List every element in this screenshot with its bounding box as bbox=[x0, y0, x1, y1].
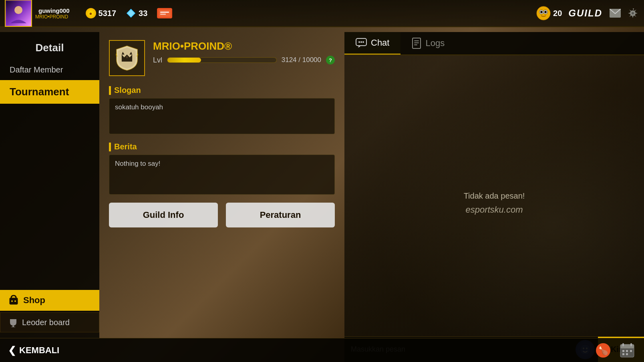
svg-rect-7 bbox=[160, 14, 166, 15]
chat-icon bbox=[356, 38, 367, 48]
svg-rect-32 bbox=[414, 42, 419, 43]
berita-title: Berita bbox=[114, 142, 137, 151]
username-label: guwing000 bbox=[38, 7, 70, 14]
chat-tabs: Chat Logs bbox=[344, 32, 644, 55]
topbar: guwing000 MRIO•PROIND ● 5317 33 bbox=[0, 0, 644, 27]
back-label: KEMBALI bbox=[19, 345, 59, 356]
svg-rect-43 bbox=[622, 350, 624, 352]
svg-rect-44 bbox=[626, 350, 628, 352]
voucher-stat[interactable] bbox=[157, 8, 172, 18]
coins-value: 5317 bbox=[99, 9, 117, 18]
svg-point-12 bbox=[544, 11, 547, 13]
svg-rect-47 bbox=[626, 353, 628, 355]
svg-rect-31 bbox=[414, 40, 419, 41]
sidebar-title: Detail bbox=[0, 36, 99, 60]
svg-rect-6 bbox=[160, 12, 169, 13]
level-help-icon[interactable]: ? bbox=[326, 56, 335, 64]
level-label: Lvl bbox=[153, 56, 162, 64]
svg-point-29 bbox=[362, 41, 364, 43]
coin-icon: ● bbox=[86, 8, 96, 18]
bottom-right-icons: 🍗 bbox=[594, 342, 636, 359]
bottom-bar: ❮ KEMBALI 🍗 bbox=[0, 338, 644, 362]
settings-icon[interactable] bbox=[626, 7, 639, 20]
shop-label: Shop bbox=[23, 295, 45, 306]
svg-rect-33 bbox=[414, 44, 417, 45]
topbar-stats: ● 5317 33 bbox=[86, 8, 173, 18]
guild-info: MRIO•PROIND® Lvl 3124 / 10000 ? bbox=[153, 40, 335, 67]
level-progress-fill bbox=[167, 58, 201, 62]
guild-tag-label: MRIO•PROIND bbox=[35, 14, 70, 20]
diamonds-value: 33 bbox=[139, 9, 147, 18]
slogan-box: sokatuh booyah bbox=[109, 98, 335, 134]
calendar-icon[interactable] bbox=[618, 342, 636, 359]
tab-chat[interactable]: Chat bbox=[344, 32, 400, 54]
leaderboard-label: Leoder board bbox=[22, 318, 70, 327]
back-arrow-icon: ❮ bbox=[8, 345, 16, 356]
coins-stat[interactable]: ● 5317 bbox=[86, 8, 117, 18]
tab-logs[interactable]: Logs bbox=[400, 32, 456, 54]
owl-count: 20 bbox=[553, 9, 562, 18]
svg-point-1 bbox=[14, 6, 22, 14]
daftar-member-label: Daftar Member bbox=[10, 65, 63, 74]
chat-empty-message: Tidak ada pesan! bbox=[464, 191, 525, 201]
watermark: esportsku.com bbox=[465, 205, 523, 215]
topbar-action-icons bbox=[609, 7, 639, 20]
voucher-icon bbox=[157, 8, 172, 18]
sidebar-item-leaderboard[interactable]: Leoder board bbox=[0, 312, 99, 332]
slogan-bar bbox=[109, 86, 111, 95]
svg-point-19 bbox=[14, 300, 16, 302]
svg-point-16 bbox=[632, 12, 634, 14]
svg-rect-42 bbox=[630, 343, 632, 346]
chat-tab-label: Chat bbox=[371, 38, 389, 48]
mail-icon[interactable] bbox=[609, 7, 622, 20]
avatar[interactable] bbox=[5, 0, 32, 27]
chat-body: Tidak ada pesan! esportsku.com bbox=[344, 55, 644, 336]
sidebar-item-tournament[interactable]: Tournament bbox=[0, 80, 99, 104]
peraturan-button[interactable]: Peraturan bbox=[226, 203, 335, 227]
food-icon[interactable]: 🍗 bbox=[594, 342, 612, 359]
shop-icon bbox=[8, 295, 19, 306]
svg-rect-45 bbox=[630, 350, 632, 352]
guild-header: MRIO•PROIND® Lvl 3124 / 10000 ? bbox=[109, 40, 335, 76]
guild-name: MRIO•PROIND® bbox=[153, 40, 335, 52]
level-progress-wrap bbox=[167, 57, 277, 63]
trophy-icon bbox=[8, 318, 18, 327]
berita-bar bbox=[109, 143, 111, 151]
sidebar: Detail Daftar Member Tournament Shop Leo… bbox=[0, 32, 99, 338]
berita-section-label: Berita bbox=[109, 142, 335, 151]
back-button[interactable]: ❮ KEMBALI bbox=[8, 345, 59, 356]
sidebar-item-daftar[interactable]: Daftar Member bbox=[0, 60, 99, 80]
tournament-label: Tournament bbox=[10, 86, 69, 98]
action-buttons: Guild Info Peraturan bbox=[109, 203, 335, 227]
guild-emblem-svg bbox=[113, 44, 141, 72]
level-row: Lvl 3124 / 10000 ? bbox=[153, 56, 335, 64]
level-value: 3124 / 10000 bbox=[282, 56, 321, 64]
svg-point-27 bbox=[358, 41, 360, 43]
owl-icon bbox=[536, 6, 551, 20]
logs-tab-label: Logs bbox=[425, 38, 445, 48]
content-area: MRIO•PROIND® Lvl 3124 / 10000 ? Slogan bbox=[99, 32, 344, 338]
guild-info-button[interactable]: Guild Info bbox=[109, 203, 218, 227]
chat-panel: Chat Logs Tidak ada pesan! esportsku.com bbox=[344, 32, 644, 362]
sidebar-item-shop[interactable]: Shop bbox=[0, 290, 99, 311]
svg-point-28 bbox=[360, 41, 362, 43]
svg-rect-46 bbox=[622, 353, 624, 355]
topbar-right: 20 GUILD bbox=[536, 6, 639, 20]
slogan-text: sokatuh booyah bbox=[115, 103, 163, 111]
svg-point-18 bbox=[11, 300, 13, 302]
level-progress-bg bbox=[167, 57, 277, 63]
slogan-section-label: Slogan bbox=[109, 86, 335, 95]
owl-currency[interactable]: 20 bbox=[536, 6, 562, 20]
svg-rect-17 bbox=[10, 298, 18, 304]
sidebar-bottom: Shop Leoder board bbox=[0, 288, 99, 338]
guild-title-label: GUILD bbox=[568, 8, 602, 19]
slogan-title: Slogan bbox=[114, 86, 141, 95]
svg-point-8 bbox=[537, 6, 550, 20]
svg-text:🍗: 🍗 bbox=[598, 346, 608, 356]
logs-icon bbox=[412, 38, 421, 49]
avatar-image bbox=[6, 0, 31, 26]
svg-rect-5 bbox=[159, 10, 171, 17]
diamonds-stat[interactable]: 33 bbox=[126, 8, 147, 18]
diamond-icon bbox=[126, 8, 136, 18]
berita-text: Nothing to say! bbox=[115, 160, 160, 167]
